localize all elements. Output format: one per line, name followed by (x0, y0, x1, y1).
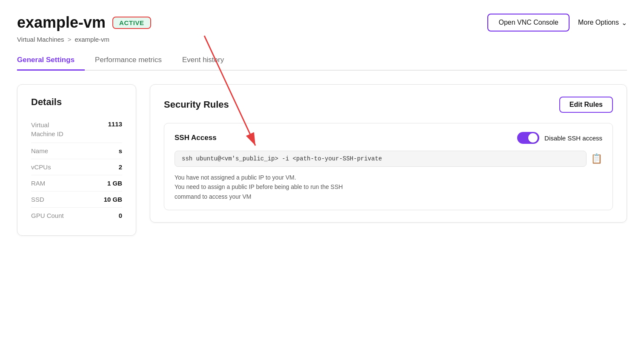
detail-value-gpu: 0 (119, 212, 122, 219)
breadcrumb-parent[interactable]: Virtual Machines (17, 36, 64, 43)
detail-label-vcpus: vCPUs (31, 163, 51, 171)
ssh-access-row: SSH Access Disable SSH access (175, 132, 602, 144)
detail-row-vm-id: VirtualMachine ID 1113 (31, 116, 122, 143)
more-options-button[interactable]: More Options ⌄ (578, 19, 627, 27)
ssh-command-row: ssh ubuntu@<vm's_public_ip> -i <path-to-… (175, 151, 602, 167)
copy-icon[interactable]: 📋 (591, 153, 602, 164)
edit-rules-button[interactable]: Edit Rules (559, 97, 613, 113)
security-rules-card: Security Rules Edit Rules SSH Access Dis… (150, 84, 627, 223)
detail-row-name: Name s (31, 143, 122, 159)
open-vnc-button[interactable]: Open VNC Console (487, 14, 570, 31)
ssh-toggle-text: Disable SSH access (544, 134, 602, 142)
breadcrumb: Virtual Machines > example-vm (17, 36, 627, 43)
detail-row-ssd: SSD 10 GB (31, 191, 122, 208)
detail-row-vcpus: vCPUs 2 (31, 159, 122, 175)
detail-label-ssd: SSD (31, 196, 44, 203)
header-actions: Open VNC Console More Options ⌄ (487, 14, 627, 31)
chevron-down-icon: ⌄ (621, 19, 627, 27)
breadcrumb-current: example-vm (74, 36, 109, 43)
detail-label-vm-id: VirtualMachine ID (31, 120, 63, 138)
title-area: example-vm ACTIVE (17, 14, 151, 31)
ssh-access-label: SSH Access (175, 134, 217, 142)
detail-label-name: Name (31, 147, 48, 154)
security-header: Security Rules Edit Rules (164, 97, 613, 113)
detail-row-gpu: GPU Count 0 (31, 208, 122, 223)
ssh-notice-line2: You need to assign a public IP before be… (175, 183, 343, 190)
details-title: Details (31, 97, 122, 108)
breadcrumb-separator: > (68, 36, 72, 43)
detail-value-ssd: 10 GB (104, 196, 122, 203)
detail-label-ram: RAM (31, 180, 45, 187)
toggle-knob (528, 133, 538, 143)
detail-value-vm-id: 1113 (108, 120, 122, 128)
detail-row-ram: RAM 1 GB (31, 175, 122, 191)
ssh-notice-line1: You have not assigned a public IP to you… (175, 174, 296, 181)
ssh-notice-line3: command to access your VM (175, 193, 252, 200)
ssh-toggle[interactable] (517, 132, 539, 144)
ssh-toggle-area: Disable SSH access (517, 132, 602, 144)
tab-general-settings[interactable]: General Settings (17, 51, 85, 71)
main-content: Details VirtualMachine ID 1113 Name s vC… (17, 84, 627, 236)
detail-value-ram: 1 GB (107, 180, 122, 187)
ssh-section: SSH Access Disable SSH access ssh ubuntu… (164, 123, 613, 210)
security-rules-title: Security Rules (164, 99, 229, 110)
detail-value-vcpus: 2 (119, 163, 122, 171)
tab-event-history[interactable]: Event history (182, 51, 234, 71)
detail-value-name: s (119, 147, 122, 154)
ssh-notice: You have not assigned a public IP to you… (175, 173, 602, 201)
tab-performance-metrics[interactable]: Performance metrics (95, 51, 172, 71)
detail-label-gpu: GPU Count (31, 212, 64, 219)
page-title: example-vm (17, 14, 106, 31)
tabs: General Settings Performance metrics Eve… (17, 51, 627, 71)
status-badge: ACTIVE (112, 17, 151, 29)
page-header: example-vm ACTIVE Open VNC Console More … (17, 14, 627, 31)
ssh-command-box: ssh ubuntu@<vm's_public_ip> -i <path-to-… (175, 151, 587, 167)
details-card: Details VirtualMachine ID 1113 Name s vC… (17, 84, 136, 236)
